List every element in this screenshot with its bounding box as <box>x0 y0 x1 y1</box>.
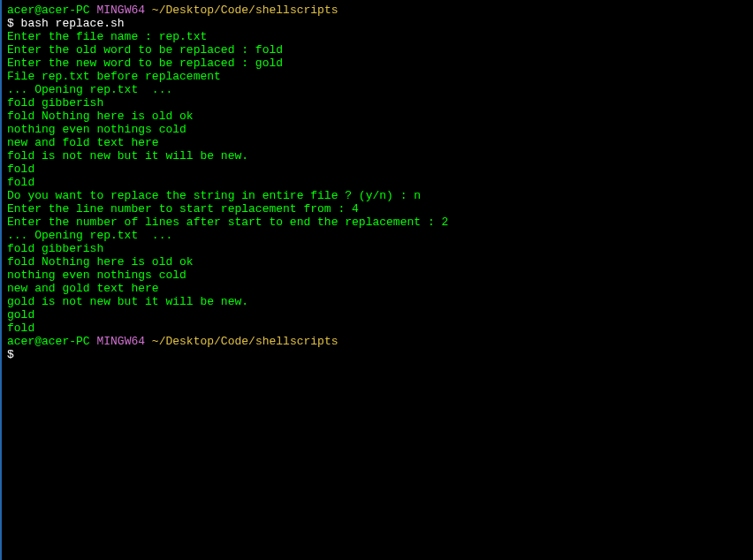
output-line: fold <box>7 176 748 189</box>
output-line: fold <box>7 322 748 335</box>
output-line: Do you want to replace the string in ent… <box>7 189 748 202</box>
output-line: ... Opening rep.txt ... <box>7 229 748 242</box>
active-prompt-line[interactable]: $ <box>7 348 748 361</box>
output-line: Enter the new word to be replaced : gold <box>7 57 748 70</box>
output-line: ... Opening rep.txt ... <box>7 83 748 96</box>
command-line: $ bash replace.sh <box>7 17 748 30</box>
prompt-user: acer@acer-PC <box>7 4 90 17</box>
prompt-dollar: $ <box>7 17 21 30</box>
output-line: nothing even nothings cold <box>7 269 748 282</box>
prompt-line-1: acer@acer-PC MINGW64 ~/Desktop/Code/shel… <box>7 4 748 17</box>
output-line: Enter the file name : rep.txt <box>7 30 748 43</box>
output-line: Enter the old word to be replaced : fold <box>7 43 748 57</box>
prompt-dollar: $ <box>7 348 14 361</box>
output-line: fold <box>7 163 748 176</box>
prompt-host: MINGW64 <box>96 4 145 17</box>
prompt-line-2: acer@acer-PC MINGW64 ~/Desktop/Code/shel… <box>7 335 748 348</box>
prompt-user: acer@acer-PC <box>7 335 90 348</box>
command-text: bash replace.sh <box>21 17 125 30</box>
output-line: fold Nothing here is old ok <box>7 110 748 123</box>
prompt-host: MINGW64 <box>96 335 145 348</box>
output-line: fold gibberish <box>7 242 748 255</box>
output-line: fold Nothing here is old ok <box>7 255 748 269</box>
output-line: Enter the number of lines after start to… <box>7 216 748 229</box>
output-line: fold is not new but it will be new. <box>7 149 748 163</box>
output-line: nothing even nothings cold <box>7 123 748 136</box>
output-line: new and fold text here <box>7 136 748 149</box>
output-line: new and gold text here <box>7 282 748 295</box>
output-line: gold is not new but it will be new. <box>7 295 748 308</box>
prompt-path: ~/Desktop/Code/shellscripts <box>152 335 338 348</box>
output-line: gold <box>7 308 748 322</box>
output-line: fold gibberish <box>7 96 748 110</box>
prompt-path: ~/Desktop/Code/shellscripts <box>152 4 338 17</box>
terminal-output[interactable]: acer@acer-PC MINGW64 ~/Desktop/Code/shel… <box>7 4 748 361</box>
output-line: Enter the line number to start replaceme… <box>7 202 748 216</box>
output-line: File rep.txt before replacement <box>7 70 748 83</box>
